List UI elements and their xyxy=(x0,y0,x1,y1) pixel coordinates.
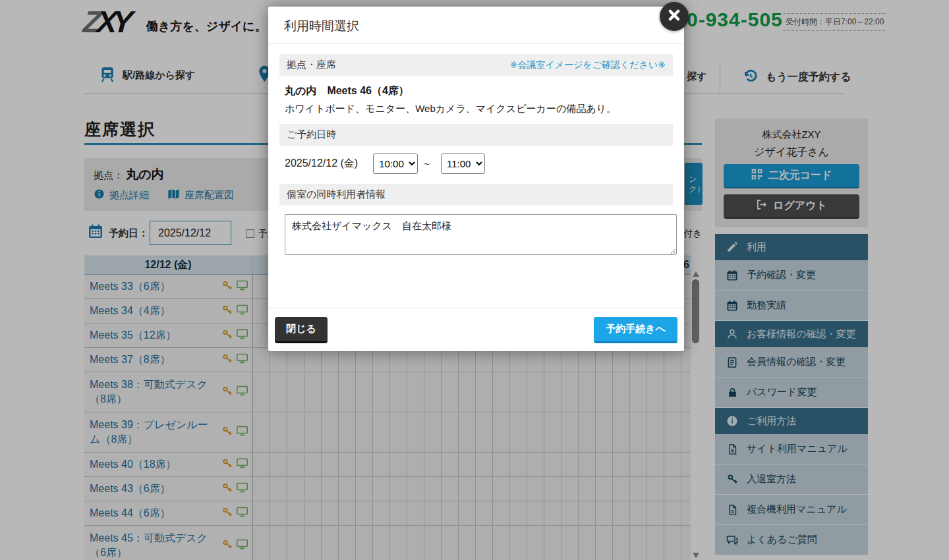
close-icon xyxy=(668,9,681,24)
modal-close-x-button[interactable] xyxy=(660,2,689,31)
time-range-separator: ~ xyxy=(424,158,430,169)
modal-room-description: ホワイトボード、モニター、Webカメラ、マイクスピーカーの備品あり。 xyxy=(279,99,673,124)
start-time-select[interactable]: 10:00 xyxy=(373,154,418,174)
section-site-label: 拠点・座席 xyxy=(287,59,336,71)
section-companion: 個室の同時利用者情報 xyxy=(279,184,673,206)
modal-room-name: 丸の内 Meets 46（4席） xyxy=(279,76,673,99)
modal-title: 利用時間選択 xyxy=(268,7,684,43)
time-selection-modal: 利用時間選択 拠点・座席 ※会議室イメージをご確認ください※ 丸の内 Meets… xyxy=(268,7,684,351)
proceed-button[interactable]: 予約手続きへ xyxy=(594,317,677,343)
end-time-select[interactable]: 11:00 xyxy=(441,154,485,174)
modal-footer: 閉じる 予約手続きへ xyxy=(268,308,684,351)
room-image-link[interactable]: ※会議室イメージをご確認ください※ xyxy=(510,59,666,71)
modal-date: 2025/12/12 (金) xyxy=(285,157,358,171)
section-datetime-label: ご予約日時 xyxy=(287,128,336,141)
section-datetime: ご予約日時 xyxy=(279,124,673,146)
companion-textarea[interactable]: 株式会社ザイマックス 自在太郎様 xyxy=(285,214,677,255)
close-button[interactable]: 閉じる xyxy=(275,317,328,343)
section-site-seat: 拠点・座席 ※会議室イメージをご確認ください※ xyxy=(279,54,673,76)
section-companion-label: 個室の同時利用者情報 xyxy=(287,188,386,201)
screen: ZXY 働き方を、ジザイに。 0-934-505 受付時間：平日7:00～22:… xyxy=(0,0,949,560)
